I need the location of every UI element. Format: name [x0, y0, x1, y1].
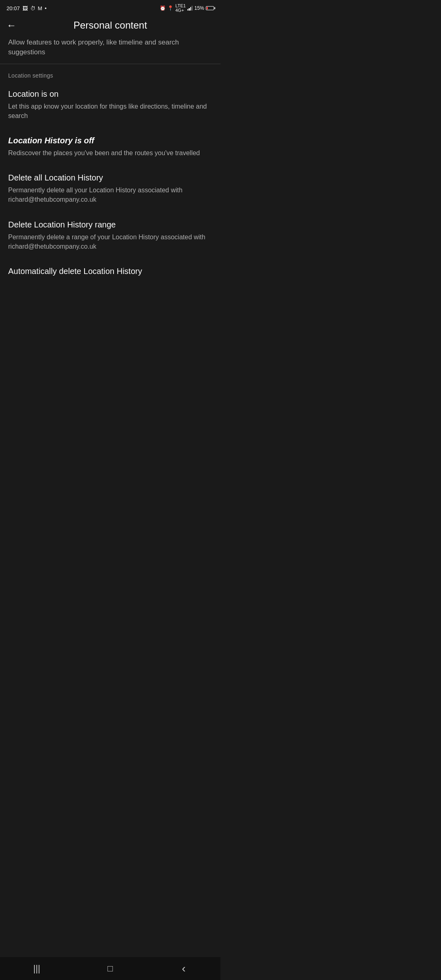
dot-indicator: • — [45, 5, 47, 11]
gmail-icon: M — [38, 5, 42, 11]
auto-delete-title: Automatically delete Location History — [8, 266, 212, 276]
signal-bars — [187, 6, 193, 11]
status-left: 20:07 🖼 ⏱ M • — [7, 5, 47, 11]
location-icon: 📍 — [167, 5, 174, 11]
location-is-on-item[interactable]: Location is on Let this app know your lo… — [0, 82, 220, 129]
delete-range-description: Permanently delete a range of your Locat… — [8, 232, 212, 251]
location-history-off-item[interactable]: Location History is off Rediscover the p… — [0, 129, 220, 166]
top-app-bar: ← Personal content — [0, 15, 220, 34]
battery-icon — [206, 6, 214, 10]
delete-location-range-item[interactable]: Delete Location History range Permanentl… — [0, 213, 220, 259]
delete-all-title: Delete all Location History — [8, 172, 212, 183]
gallery-icon: 🖼 — [22, 5, 28, 11]
back-button[interactable]: ← — [7, 20, 16, 31]
timer-icon: ⏱ — [30, 5, 36, 11]
time-display: 20:07 — [7, 5, 20, 11]
location-on-description: Let this app know your location for thin… — [8, 102, 212, 120]
delete-all-description: Permanently delete all your Location His… — [8, 185, 212, 204]
location-on-title: Location is on — [8, 89, 212, 99]
network-label: LTE1 4G+ — [175, 4, 185, 13]
location-settings-header: Location settings — [0, 64, 220, 82]
status-right: ⏰ 📍 LTE1 4G+ 15% — [160, 4, 214, 13]
auto-delete-location-item[interactable]: Automatically delete Location History — [0, 259, 220, 287]
page-title: Personal content — [23, 20, 198, 31]
subtitle-section: Allow features to work properly, like ti… — [0, 34, 220, 64]
alarm-icon: ⏰ — [160, 5, 166, 11]
subtitle-text: Allow features to work properly, like ti… — [8, 38, 212, 57]
delete-range-title: Delete Location History range — [8, 219, 212, 230]
status-bar: 20:07 🖼 ⏱ M • ⏰ 📍 LTE1 4G+ 15% — [0, 0, 220, 15]
location-history-off-description: Rediscover the places you've been and th… — [8, 148, 212, 158]
delete-all-location-history-item[interactable]: Delete all Location History Permanently … — [0, 166, 220, 212]
location-history-off-title: Location History is off — [8, 135, 212, 146]
content-area: Location settings Location is on Let thi… — [0, 64, 220, 312]
battery-percent: 15% — [194, 5, 204, 11]
